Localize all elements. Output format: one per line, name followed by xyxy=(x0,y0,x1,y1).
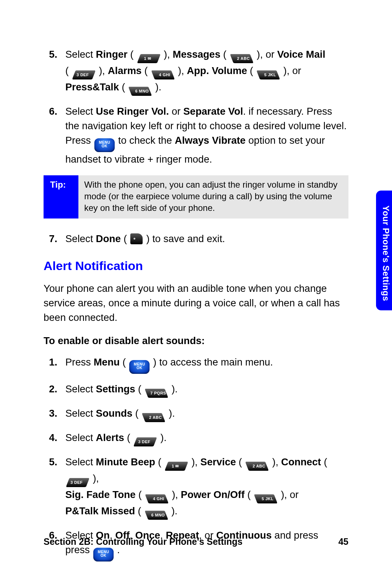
section-side-tab: Your Phone's Settings xyxy=(376,191,392,310)
intro-paragraph: Your phone can alert you with an audible… xyxy=(44,281,348,325)
alert-step-1: 1. Press Menu ( ) to access the main men… xyxy=(44,355,348,374)
key-7-icon: 7 PQRS xyxy=(145,388,168,398)
key-2-icon: 2 ABC xyxy=(142,412,165,422)
key-3-icon: 3 DEF xyxy=(134,437,157,447)
volume-steps-continued: 5. Select Ringer ( 1 ✉ ), Messages ( 2 A… xyxy=(44,47,348,167)
manual-page: Your Phone's Settings 5. Select Ringer (… xyxy=(0,0,392,588)
step-number: 1. xyxy=(49,355,57,369)
key-5-icon: 5 JKL xyxy=(254,494,277,504)
key-2-icon: 2 ABC xyxy=(245,461,269,471)
step-number: 6. xyxy=(49,104,57,119)
side-tab-label: Your Phone's Settings xyxy=(381,205,391,301)
step-number: 7. xyxy=(49,232,57,246)
heading-alert-notification: Alert Notification xyxy=(44,257,348,275)
menu-ok-key-icon xyxy=(93,548,114,562)
key-4-icon: 4 GHI xyxy=(145,494,168,504)
key-3-icon: 3 DEF xyxy=(66,477,89,487)
step-number: 3. xyxy=(49,406,57,421)
tip-body: With the phone open, you can adjust the … xyxy=(78,175,348,219)
menu-ok-key-icon xyxy=(94,138,115,152)
alert-step-3: 3. Select Sounds ( 2 ABC ). xyxy=(44,406,348,422)
tip-callout: Tip: With the phone open, you can adjust… xyxy=(44,175,348,219)
tip-label: Tip: xyxy=(44,175,78,219)
alert-step-4: 4. Select Alerts ( 3 DEF ). xyxy=(44,430,348,447)
volume-steps-end: 7. Select Done ( ) to save and exit. xyxy=(44,232,348,246)
subheading-enable-alerts: To enable or disable alert sounds: xyxy=(44,334,348,348)
step-7-volume: 7. Select Done ( ) to save and exit. xyxy=(44,232,348,246)
step-6-volume: 6. Select Use Ringer Vol. or Separate Vo… xyxy=(44,104,348,167)
key-6-icon: 6 MNO xyxy=(128,86,152,96)
step-number: 5. xyxy=(49,455,57,469)
menu-ok-key-icon xyxy=(129,360,150,374)
key-4-icon: 4 GHI xyxy=(151,70,175,80)
left-softkey-icon xyxy=(130,233,143,244)
key-1-icon: 1 ✉ xyxy=(165,461,188,471)
step-5-volume: 5. Select Ringer ( 1 ✉ ), Messages ( 2 A… xyxy=(44,47,348,96)
key-5-icon: 5 JKL xyxy=(257,70,280,80)
key-2-icon: 2 ABC xyxy=(230,53,253,64)
alert-steps: 1. Press Menu ( ) to access the main men… xyxy=(44,355,348,562)
key-3-icon: 3 DEF xyxy=(72,70,95,80)
step-number: 5. xyxy=(49,47,57,62)
step-number: 2. xyxy=(49,382,57,396)
step-number: 4. xyxy=(49,430,57,445)
key-6-icon: 6 MNO xyxy=(145,510,168,520)
footer-page-number: 45 xyxy=(338,535,348,548)
alert-step-2: 2. Select Settings ( 7 PQRS ). xyxy=(44,382,348,398)
footer-section: Section 2B: Controlling Your Phone's Set… xyxy=(44,535,242,548)
key-1-icon: 1 ✉ xyxy=(137,53,160,64)
page-footer: Section 2B: Controlling Your Phone's Set… xyxy=(44,535,348,548)
alert-step-5: 5. Select Minute Beep ( 1 ✉ ), Service (… xyxy=(44,455,348,520)
